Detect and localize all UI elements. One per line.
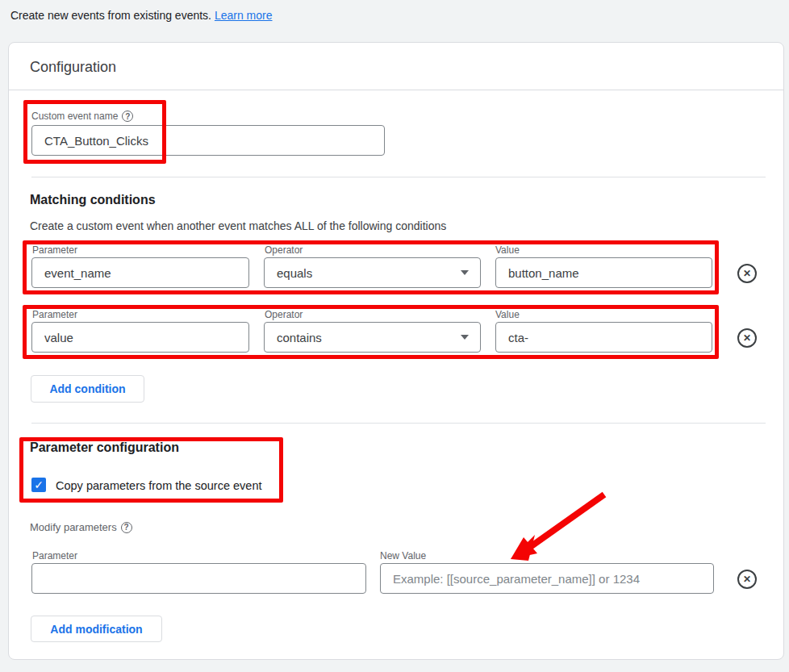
add-condition-button[interactable]: Add condition <box>31 375 144 403</box>
learn-more-link[interactable]: Learn more <box>215 9 273 22</box>
configuration-card: Configuration Custom event name ? Matchi… <box>8 42 784 660</box>
value-column-label: Value <box>495 309 520 320</box>
condition-1-operator-select[interactable]: equals <box>264 257 481 288</box>
check-icon: ✓ <box>34 478 44 491</box>
add-modification-button[interactable]: Add modification <box>31 616 162 642</box>
close-icon: ✕ <box>743 574 751 585</box>
new-value-label-text: New Value <box>380 550 426 561</box>
close-icon: ✕ <box>743 268 751 279</box>
modification-parameter-label-text: Parameter <box>32 550 77 561</box>
condition-1-remove-button[interactable]: ✕ <box>737 264 757 283</box>
close-icon: ✕ <box>743 332 751 344</box>
operator-column-label-text: Operator <box>265 244 303 256</box>
operator-column-label-text: Operator <box>265 309 303 320</box>
section-divider <box>31 423 766 424</box>
matching-conditions-heading: Matching conditions <box>30 193 156 207</box>
parameter-column-label: Parameter <box>32 309 77 320</box>
chevron-down-icon <box>461 270 469 275</box>
help-icon[interactable]: ? <box>121 522 132 533</box>
custom-event-name-input[interactable] <box>31 125 385 156</box>
chevron-down-icon <box>461 335 469 340</box>
custom-event-name-label: Custom event name ? <box>31 111 133 122</box>
value-column-label-text: Value <box>495 309 520 320</box>
parameter-column-label-text: Parameter <box>32 309 77 320</box>
value-column-label-text: Value <box>495 244 520 256</box>
operator-column-label: Operator <box>265 244 303 256</box>
condition-2-operator-value: contains <box>277 331 322 344</box>
parameter-configuration-heading: Parameter configuration <box>30 440 179 455</box>
modify-parameters-label-text: Modify parameters <box>30 521 117 533</box>
modification-parameter-input[interactable] <box>31 563 366 594</box>
annotation-arrow <box>493 485 614 570</box>
condition-2-parameter-input[interactable] <box>31 322 249 353</box>
parameter-column-label: Parameter <box>32 244 77 256</box>
condition-1-operator-value: equals <box>277 266 312 280</box>
modification-parameter-label: Parameter <box>32 550 77 561</box>
copy-parameters-checkbox[interactable]: ✓ <box>31 478 46 492</box>
intro-text: Create new events from existing events. <box>10 9 211 22</box>
custom-event-name-label-text: Custom event name <box>31 111 118 122</box>
condition-2-remove-button[interactable]: ✕ <box>737 328 757 348</box>
operator-column-label: Operator <box>265 309 303 320</box>
matching-conditions-description: Create a custom event when another event… <box>30 219 446 232</box>
parameter-column-label-text: Parameter <box>32 244 77 256</box>
condition-1-value-input[interactable] <box>495 257 712 288</box>
header-divider <box>9 90 783 90</box>
new-value-input[interactable] <box>380 563 714 594</box>
card-title: Configuration <box>30 59 116 76</box>
copy-parameters-label: Copy parameters from the source event <box>56 479 261 492</box>
value-column-label: Value <box>495 244 520 256</box>
section-divider <box>31 177 766 177</box>
new-value-label: New Value <box>380 550 426 561</box>
help-icon[interactable]: ? <box>122 111 133 122</box>
condition-1-parameter-input[interactable] <box>31 257 249 288</box>
modify-parameters-label: Modify parameters ? <box>30 521 132 533</box>
create-event-page: { "page": { "intro_text": "Create new ev… <box>0 0 789 672</box>
condition-2-operator-select[interactable]: contains <box>264 322 481 353</box>
condition-2-value-input[interactable] <box>495 322 712 353</box>
intro-line: Create new events from existing events. … <box>10 9 273 22</box>
modification-remove-button[interactable]: ✕ <box>737 570 757 589</box>
